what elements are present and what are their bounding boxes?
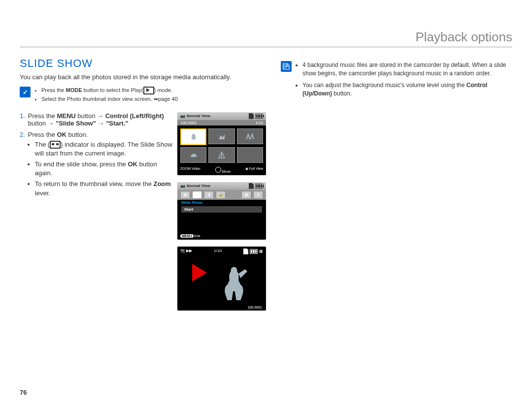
battery-icon	[255, 114, 263, 119]
note-item: You can adjust the background music's vo…	[302, 81, 512, 98]
battery-icon	[250, 249, 258, 254]
fullview-hint: Full View	[249, 167, 263, 170]
slideshow-tab-label: Slide Show	[177, 200, 266, 205]
sd-icon	[243, 249, 248, 254]
normal-view-label: Normal View	[187, 114, 210, 118]
sub-bullet: The () indicator is displayed. The Slide…	[35, 140, 172, 158]
section-title: SLIDE SHOW	[20, 57, 266, 70]
folder-label: 100-0001	[247, 306, 262, 309]
thumbnail	[208, 128, 234, 144]
slideshow-indicator-icon	[50, 141, 61, 149]
t: To end the slide show, press the	[35, 160, 128, 168]
thumbnail	[237, 128, 263, 144]
menu-item-start: Start	[181, 206, 262, 213]
note-item: 4 background music files are stored in t…	[302, 61, 512, 78]
step-number: 2.	[20, 131, 25, 200]
screen-menu-view: 📷 Normal View ▦ ▶ 🗑 🔒 ▦ ⚙ Slide Show Sta…	[177, 182, 266, 240]
thumbnail	[208, 147, 234, 163]
prereq-item: Press the MODE button to select the Play…	[41, 87, 178, 94]
note-box: 4 background music files are stored in t…	[281, 61, 512, 101]
menu-tab: ⚙	[253, 191, 263, 199]
menu-tab: ▦	[241, 191, 251, 199]
prereq-item: Select the Photo thumbnail index view sc…	[41, 95, 178, 103]
prerequisite-box: ✓ Press the MODE button to select the Pl…	[20, 87, 266, 104]
folder-label: 100-0001	[180, 121, 197, 125]
count-label: 1/10	[214, 249, 222, 254]
page-header: Playback options	[20, 30, 512, 47]
step-text: →	[96, 120, 106, 127]
menu-tab: 🔒	[216, 191, 226, 199]
thumbnail-selected	[180, 128, 206, 145]
normal-view-label: Normal View	[187, 184, 210, 188]
zoom-hint: ZOOM	[180, 167, 191, 170]
play-arrow-icon	[192, 264, 207, 281]
page-number: 76	[20, 389, 27, 396]
t: lever.	[35, 189, 50, 197]
menu-tab: ▦	[180, 191, 190, 199]
screen-slideshow-playing: 📷 ▶▶ 1/10 ▦ 100-0001	[177, 247, 266, 311]
step-text: button →	[28, 120, 56, 127]
step-text: Press the	[28, 112, 57, 120]
battery-icon	[255, 184, 263, 188]
count-label: 1/10	[255, 121, 263, 125]
t: You can adjust the background music's vo…	[302, 82, 466, 89]
thumbnail	[237, 147, 263, 163]
move-hint: Move	[222, 170, 231, 173]
step-text: button →	[76, 112, 105, 120]
thumbnail	[180, 147, 206, 163]
t: button.	[332, 90, 352, 97]
play-mode-icon	[143, 87, 154, 94]
menu-tab-active: ▶	[192, 191, 202, 199]
menu-tab: 🗑	[204, 191, 214, 199]
screen-thumbnail-view: 📷 Normal View 100-0001 1/10	[177, 112, 266, 175]
step-number: 1.	[20, 112, 25, 127]
step-1: 1. Press the MENU button → Control (Left…	[20, 112, 172, 127]
sub-bullet: To end the slide show, press the OK butt…	[35, 160, 172, 178]
note-icon	[281, 61, 292, 72]
step-text: Press the	[28, 131, 57, 138]
control-label: Control (Left/Right)	[105, 112, 164, 120]
ok-label: OK	[57, 131, 66, 138]
step-text: button.	[66, 131, 88, 138]
t: To return to the thumbnail view, move th…	[35, 180, 154, 187]
video-hint: Video	[192, 167, 200, 170]
slideshow-label: "Slide Show"	[56, 120, 96, 127]
ok-label: OK	[128, 160, 137, 168]
t: The (	[35, 141, 50, 148]
section-intro: You can play back all the photos stored …	[20, 73, 266, 82]
menu-label: MENU	[57, 112, 75, 120]
zoom-label: Zoom	[153, 180, 170, 187]
menu-pill: MENU	[180, 234, 194, 238]
check-icon: ✓	[20, 87, 31, 97]
photo-silhouette	[212, 260, 256, 305]
move-icon	[215, 167, 221, 173]
exit-label: Exit	[195, 234, 200, 238]
sd-icon	[249, 113, 254, 119]
sub-bullet: To return to the thumbnail view, move th…	[35, 180, 172, 197]
sd-icon	[249, 183, 254, 189]
start-label: "Start."	[106, 120, 129, 127]
step-2: 2. Press the OK button. The () indicator…	[20, 131, 172, 200]
